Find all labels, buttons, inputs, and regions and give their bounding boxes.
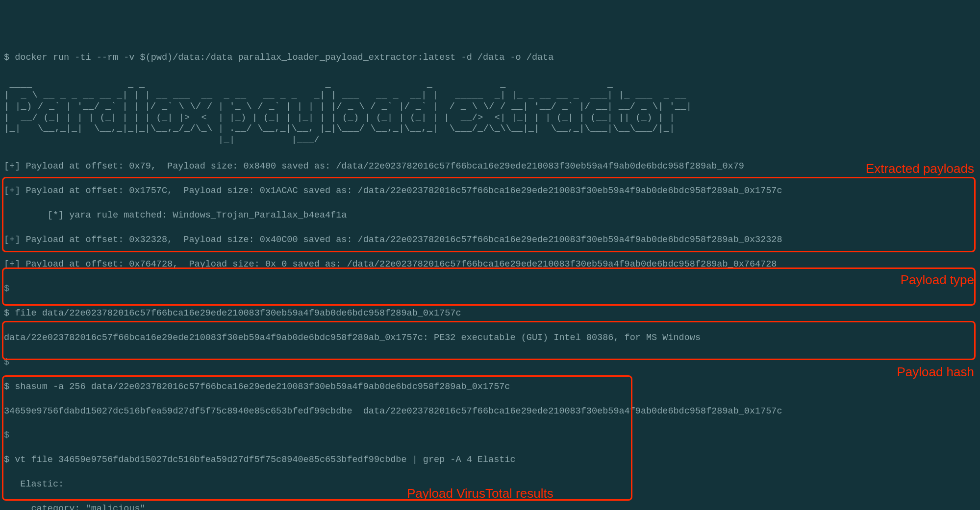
cmd-docker: $ docker run -ti --rm -v $(pwd)/data:/da… — [4, 52, 976, 64]
vt-category: category: "malicious" — [4, 503, 976, 510]
prompt-bare-1: $ — [4, 283, 976, 295]
extracted-line-3: [+] Payload at offset: 0x32328, Payload … — [4, 234, 976, 246]
out-shasum: 34659e9756fdabd15027dc516bfea59d27df5f75… — [4, 406, 976, 418]
vt-header: Elastic: — [4, 479, 976, 491]
ascii-banner: ____ _ _ _ _ _ _ | _ \ __ _ _ __ __ _| |… — [4, 79, 976, 146]
prompt-bare-3: $ — [4, 430, 976, 442]
cmd-vt: $ vt file 34659e9756fdabd15027dc516bfea5… — [4, 454, 976, 466]
extracted-line-0: [+] Payload at offset: 0x79, Payload siz… — [4, 161, 976, 173]
out-file: data/22e023782016c57f66bca16e29ede210083… — [4, 332, 976, 344]
extracted-line-4: [+] Payload at offset: 0x764728, Payload… — [4, 259, 976, 271]
extracted-line-2: [*] yara rule matched: Windows_Trojan_Pa… — [4, 210, 976, 222]
extracted-line-1: [+] Payload at offset: 0x1757C, Payload … — [4, 185, 976, 197]
cmd-file: $ file data/22e023782016c57f66bca16e29ed… — [4, 308, 976, 320]
prompt-bare-2: $ — [4, 357, 976, 369]
cmd-shasum: $ shasum -a 256 data/22e023782016c57f66b… — [4, 381, 976, 393]
